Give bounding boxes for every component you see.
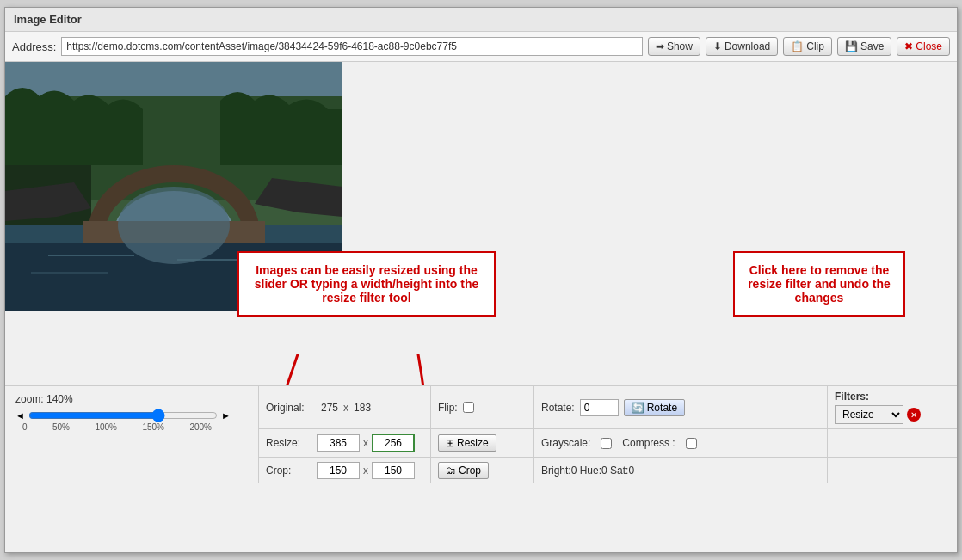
- filters-select[interactable]: Resize: [835, 405, 903, 424]
- original-x: x: [343, 402, 348, 414]
- grayscale-checkbox[interactable]: [601, 438, 612, 449]
- save-button[interactable]: 💾 Save: [837, 37, 891, 56]
- grayscale-label: Grayscale:: [541, 437, 590, 449]
- grayscale-compress-section: Grayscale: Compress :: [534, 429, 828, 457]
- image-preview-svg: [5, 62, 342, 311]
- controls-row-2: Resize: x ⊞ Resize Grayscale: [259, 429, 957, 458]
- flip-section: Flip:: [431, 386, 534, 428]
- original-height: 183: [354, 402, 371, 414]
- address-label: Address:: [12, 40, 56, 53]
- zoom-label: zoom: 140%: [15, 393, 248, 405]
- zoom-mark-50: 50%: [52, 422, 70, 432]
- address-input[interactable]: [61, 37, 643, 56]
- zoom-mark-100: 100%: [95, 422, 117, 432]
- crop-button[interactable]: 🗂 Crop: [438, 462, 489, 479]
- show-icon: ➡: [656, 40, 664, 52]
- crop-icon: 🗂: [446, 465, 456, 477]
- bright-section: Bright:0 Hue:0 Sat:0: [534, 458, 828, 483]
- crop-height-input[interactable]: [372, 462, 415, 479]
- resize-icon: ⊞: [446, 437, 454, 449]
- crop-x: x: [363, 465, 368, 477]
- resize-width-input[interactable]: [317, 434, 360, 452]
- crop-section: Crop: x: [259, 458, 431, 483]
- original-label: Original:: [266, 402, 318, 414]
- crop-btn-label: Crop: [459, 465, 481, 477]
- controls-row-3: Crop: x 🗂 Crop Bright:0 Hu: [259, 458, 957, 483]
- resize-btn-label: Resize: [457, 437, 489, 449]
- title-bar: Image Editor: [5, 8, 957, 32]
- save-label: Save: [860, 40, 884, 52]
- data-controls: Original: 275 x 183 Flip: Rotate:: [259, 386, 957, 483]
- filters-row: Resize ✕: [835, 405, 950, 424]
- resize-label: Resize:: [266, 437, 313, 449]
- window-title: Image Editor: [14, 13, 82, 26]
- bottom-controls: zoom: 140% ◄ ► 0 50% 100% 150% 200%: [5, 385, 957, 483]
- download-icon: ⬇: [713, 40, 722, 52]
- resize-button[interactable]: ⊞ Resize: [438, 434, 496, 452]
- compress-checkbox[interactable]: [686, 438, 697, 449]
- rotate-section: Rotate: 🔄 Rotate: [534, 386, 828, 428]
- filter-remove-button[interactable]: ✕: [907, 408, 921, 422]
- filters-right-2: [828, 429, 957, 457]
- zoom-left-arrow: ◄: [15, 410, 25, 421]
- close-icon: ✖: [904, 40, 913, 52]
- controls-row-1: Original: 275 x 183 Flip: Rotate:: [259, 386, 957, 429]
- resize-section: Resize: x: [259, 429, 431, 457]
- zoom-slider[interactable]: [28, 409, 218, 422]
- clip-icon: 📋: [791, 40, 804, 52]
- rotate-icon: 🔄: [632, 402, 644, 414]
- show-button[interactable]: ➡ Show: [648, 37, 700, 56]
- crop-btn-section: 🗂 Crop: [431, 458, 534, 483]
- annotation-right-text: Click here to remove the resize filter a…: [748, 263, 891, 305]
- original-width: 275: [321, 402, 338, 414]
- original-section: Original: 275 x 183: [259, 386, 431, 428]
- image-editor-window: Image Editor Address: ➡ Show ⬇ Download …: [4, 7, 958, 553]
- svg-point-12: [118, 187, 230, 264]
- rotate-button[interactable]: 🔄 Rotate: [624, 399, 685, 416]
- zoom-mark-200: 200%: [189, 422, 212, 432]
- filters-section: Filters: Resize ✕: [828, 386, 957, 428]
- resize-height-input[interactable]: [372, 434, 415, 452]
- zoom-slider-row: ◄ ►: [15, 409, 248, 422]
- bright-label: Bright:0 Hue:0 Sat:0: [541, 465, 634, 477]
- annotation-box-right: Click here to remove the resize filter a…: [733, 251, 905, 317]
- zoom-right-arrow: ►: [221, 410, 231, 421]
- crop-label: Crop:: [266, 465, 313, 477]
- download-label: Download: [725, 40, 770, 52]
- zoom-panel: zoom: 140% ◄ ► 0 50% 100% 150% 200%: [5, 386, 259, 483]
- filters-right-3: [828, 458, 957, 483]
- flip-label: Flip:: [438, 402, 458, 414]
- close-label: Close: [916, 40, 942, 52]
- close-button[interactable]: ✖ Close: [897, 37, 950, 56]
- main-content: Images can be easily resized using the s…: [5, 62, 957, 483]
- resize-x: x: [363, 437, 368, 449]
- clip-button[interactable]: 📋 Clip: [783, 37, 832, 56]
- clip-label: Clip: [806, 40, 824, 52]
- download-button[interactable]: ⬇ Download: [706, 37, 778, 56]
- toolbar: Address: ➡ Show ⬇ Download 📋 Clip 💾 Save…: [5, 32, 957, 62]
- crop-width-input[interactable]: [317, 462, 360, 479]
- flip-checkbox[interactable]: [463, 402, 474, 413]
- show-label: Show: [667, 40, 693, 52]
- zoom-mark-150: 150%: [142, 422, 164, 432]
- rotate-btn-label: Rotate: [647, 402, 677, 414]
- compress-label: Compress :: [622, 437, 675, 449]
- rotate-label: Rotate:: [541, 402, 575, 414]
- filters-label: Filters:: [835, 391, 950, 403]
- save-icon: 💾: [845, 40, 858, 52]
- resize-btn-section: ⊞ Resize: [431, 429, 534, 457]
- rotate-input[interactable]: [580, 399, 619, 416]
- zoom-marks: 0 50% 100% 150% 200%: [22, 422, 212, 432]
- controls-area: zoom: 140% ◄ ► 0 50% 100% 150% 200%: [5, 386, 957, 483]
- zoom-mark-0: 0: [22, 422, 28, 432]
